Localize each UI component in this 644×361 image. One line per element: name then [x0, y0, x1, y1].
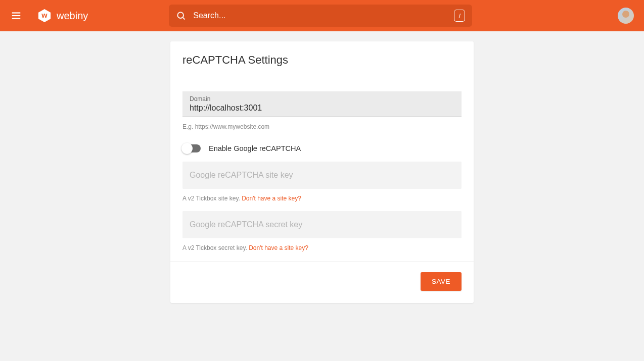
- brand-badge-icon: w: [37, 9, 52, 23]
- page-title: reCAPTCHA Settings: [182, 54, 462, 67]
- search-input[interactable]: [193, 11, 454, 20]
- secret-key-field[interactable]: Google reCAPTCHA secret key: [182, 211, 462, 238]
- save-button[interactable]: SAVE: [421, 272, 462, 291]
- search-shortcut-badge: /: [454, 10, 465, 22]
- domain-input[interactable]: [190, 102, 454, 114]
- secret-key-hint: A v2 Tickbox secret key. Don't have a si…: [182, 244, 462, 251]
- avatar[interactable]: [618, 8, 634, 24]
- domain-label: Domain: [190, 95, 454, 102]
- site-key-hint-text: A v2 Tickbox site key.: [182, 195, 242, 202]
- secret-key-hint-text: A v2 Tickbox secret key.: [182, 244, 249, 251]
- domain-hint: E.g. https://www.mywebsite.com: [182, 123, 462, 130]
- search-icon: [176, 11, 186, 21]
- global-search[interactable]: /: [169, 5, 472, 27]
- site-key-hint: A v2 Tickbox site key. Don't have a site…: [182, 195, 462, 202]
- card-header: reCAPTCHA Settings: [170, 41, 474, 78]
- enable-recaptcha-label: Enable Google reCAPTCHA: [209, 144, 301, 152]
- site-key-hint-link[interactable]: Don't have a site key?: [242, 195, 301, 202]
- card-body: Domain E.g. https://www.mywebsite.com En…: [170, 78, 474, 262]
- menu-icon[interactable]: [10, 10, 22, 22]
- enable-recaptcha-row: Enable Google reCAPTCHA: [182, 144, 462, 152]
- svg-text:w: w: [41, 11, 48, 19]
- domain-field[interactable]: Domain: [182, 91, 462, 117]
- brand-logo[interactable]: w webiny: [37, 9, 88, 23]
- secret-key-placeholder: Google reCAPTCHA secret key: [190, 220, 302, 229]
- svg-line-6: [183, 18, 185, 20]
- svg-point-5: [178, 12, 184, 18]
- secret-key-hint-link[interactable]: Don't have a site key?: [249, 244, 308, 251]
- app-header: w webiny /: [0, 0, 644, 31]
- site-key-placeholder: Google reCAPTCHA site key: [190, 171, 293, 179]
- enable-recaptcha-toggle[interactable]: [182, 144, 201, 152]
- site-key-field[interactable]: Google reCAPTCHA site key: [182, 162, 462, 189]
- settings-card: reCAPTCHA Settings Domain E.g. https://w…: [170, 41, 474, 303]
- toggle-knob: [181, 143, 193, 154]
- brand-name: webiny: [57, 10, 88, 22]
- card-footer: SAVE: [170, 262, 474, 303]
